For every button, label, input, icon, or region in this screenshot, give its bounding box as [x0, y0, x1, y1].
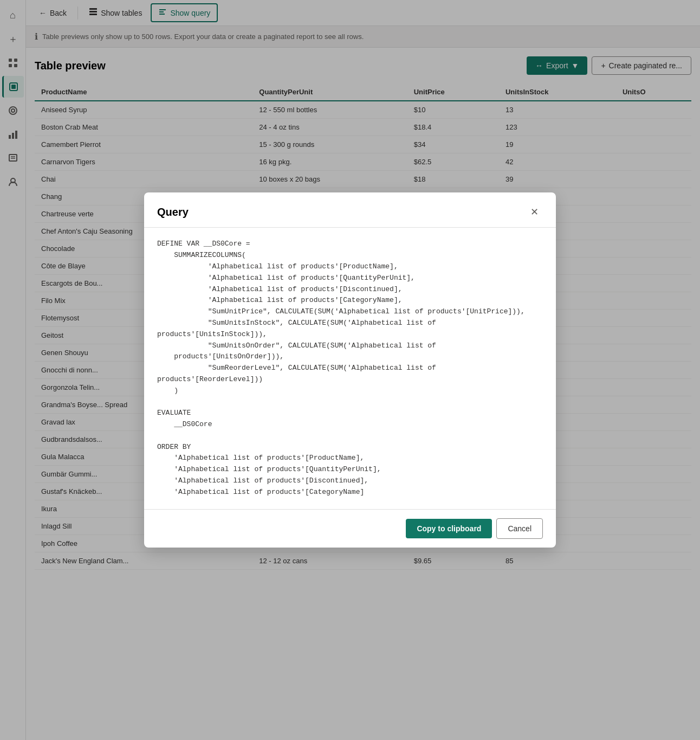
modal-overlay[interactable]: Query ✕ DEFINE VAR __DS0Core = SUMMARIZE… [0, 0, 700, 740]
cancel-button[interactable]: Cancel [496, 518, 543, 539]
modal-body: DEFINE VAR __DS0Core = SUMMARIZECOLUMNS(… [144, 228, 556, 509]
modal-title: Query [157, 206, 189, 218]
copy-to-clipboard-button[interactable]: Copy to clipboard [406, 519, 492, 538]
modal-header: Query ✕ [144, 192, 556, 228]
query-modal: Query ✕ DEFINE VAR __DS0Core = SUMMARIZE… [144, 192, 556, 547]
modal-footer: Copy to clipboard Cancel [144, 509, 556, 548]
modal-close-button[interactable]: ✕ [526, 203, 543, 221]
